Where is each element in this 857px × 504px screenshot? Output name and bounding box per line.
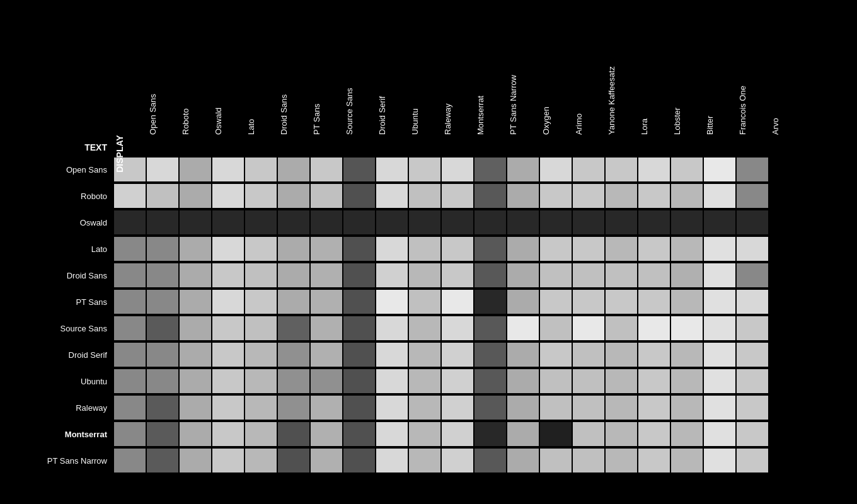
matrix-cell: [277, 395, 310, 420]
matrix-cell: [179, 157, 212, 182]
matrix-cell: [441, 448, 474, 473]
matrix-cell: [146, 289, 179, 314]
matrix-cell: [376, 448, 408, 473]
matrix-cell: [507, 448, 539, 473]
matrix-cell: [736, 263, 769, 288]
matrix-cell: [376, 369, 408, 394]
matrix-cell: [310, 316, 343, 341]
matrix-cell: [212, 316, 244, 341]
matrix-cell: [146, 183, 179, 209]
col-header-lora: Lora: [638, 6, 670, 139]
table-row: PT Sans Narrow: [13, 447, 802, 474]
matrix-cell: [670, 342, 703, 367]
table-row: Droid Serif: [13, 341, 802, 368]
matrix-cell: [736, 289, 769, 314]
col-header-lato: Lato: [244, 6, 277, 139]
matrix-cell: [277, 289, 310, 314]
matrix-cell: [343, 210, 376, 235]
matrix-cell: [507, 236, 539, 261]
matrix-cell: [179, 342, 212, 367]
matrix-cell: [343, 421, 376, 447]
col-header-francois-one: Francois One: [736, 6, 769, 139]
matrix-cell: [277, 316, 310, 341]
matrix-cell: [179, 369, 212, 394]
matrix-cell: [212, 369, 244, 394]
matrix-cell: [670, 421, 703, 447]
matrix-cell: [244, 421, 277, 447]
matrix-cell: [605, 395, 638, 420]
matrix-cell: [179, 289, 212, 314]
matrix-cell: [572, 342, 605, 367]
matrix-cell: [539, 395, 572, 420]
matrix-cell: [605, 157, 638, 182]
matrix-cell: [146, 421, 179, 447]
matrix-cell: [539, 342, 572, 367]
matrix-cell: [736, 210, 769, 235]
matrix-cell: [572, 369, 605, 394]
matrix-cell: [638, 183, 670, 209]
matrix-cell: [244, 316, 277, 341]
col-header-montserrat: Montserrat: [474, 6, 507, 139]
matrix-cell: [113, 316, 146, 341]
matrix-cell: [277, 236, 310, 261]
matrix-cell: [474, 236, 507, 261]
matrix-cell: [703, 316, 736, 341]
matrix-cell: [539, 157, 572, 182]
matrix-cell: [244, 289, 277, 314]
matrix-cell: [638, 369, 670, 394]
matrix-cell: [146, 316, 179, 341]
matrix-cell: [277, 369, 310, 394]
matrix-cell: [539, 289, 572, 314]
matrix-cell: [539, 236, 572, 261]
matrix-cell: [736, 157, 769, 182]
matrix-cell: [408, 369, 441, 394]
matrix-cell: [113, 395, 146, 420]
matrix-cell: [605, 421, 638, 447]
matrix-cell: [113, 342, 146, 367]
matrix-cell: [310, 183, 343, 209]
matrix-cell: [277, 421, 310, 447]
matrix-cell: [507, 263, 539, 288]
matrix-cell: [277, 263, 310, 288]
matrix-cell: [703, 210, 736, 235]
matrix-cell: [310, 210, 343, 235]
matrix-cell: [376, 316, 408, 341]
matrix-cell: [572, 183, 605, 209]
matrix-cell: [179, 316, 212, 341]
row-label-pt-sans: PT Sans: [13, 297, 113, 307]
matrix-cell: [572, 236, 605, 261]
matrix-cell: [736, 183, 769, 209]
matrix-cell: [736, 316, 769, 341]
matrix-cell: [605, 210, 638, 235]
matrix-cell: [539, 210, 572, 235]
matrix-cell: [670, 263, 703, 288]
matrix-cell: [539, 316, 572, 341]
col-header-arvo: Arvo: [769, 6, 802, 139]
matrix-cell: [507, 395, 539, 420]
matrix-cell: [474, 342, 507, 367]
matrix-cell: [736, 448, 769, 473]
matrix-cell: [146, 448, 179, 473]
matrix-cell: [212, 236, 244, 261]
matrix-cell: [113, 236, 146, 261]
matrix-cell: [474, 183, 507, 209]
row-label-roboto: Roboto: [13, 192, 113, 201]
matrix-cell: [343, 263, 376, 288]
col-header-open-sans: Open Sans: [146, 6, 179, 139]
col-header-raleway: Raleway: [441, 6, 474, 139]
matrix-cell: [638, 421, 670, 447]
row-label-droid-serif: Droid Serif: [13, 350, 113, 360]
matrix-cell: [441, 395, 474, 420]
matrix-cell: [670, 395, 703, 420]
matrix-cell: [244, 183, 277, 209]
matrix-cell: [572, 448, 605, 473]
matrix-cell: [113, 421, 146, 447]
matrix-cell: [572, 210, 605, 235]
matrix-cell: [146, 369, 179, 394]
matrix-cell: [638, 316, 670, 341]
matrix-cell: [605, 448, 638, 473]
matrix-cell: [539, 183, 572, 209]
column-headers: DISPLAYOpen SansRobotoOswaldLatoDroid Sa…: [113, 6, 802, 139]
matrix-cell: [113, 263, 146, 288]
matrix-cell: [408, 316, 441, 341]
